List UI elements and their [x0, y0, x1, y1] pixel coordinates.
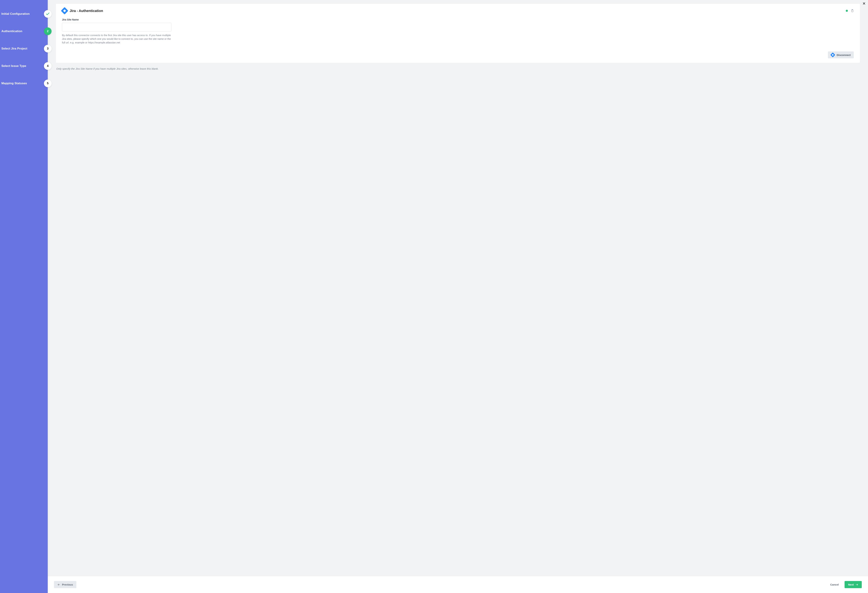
step-label: Select Issue Type — [1, 64, 26, 68]
step-badge-done — [44, 10, 52, 18]
step-mapping-statuses[interactable]: Mapping Statuses 5 — [0, 75, 48, 92]
disconnect-label: Disconnect — [837, 53, 851, 56]
arrow-left-icon — [58, 583, 60, 586]
disconnect-row: Disconnect — [62, 52, 854, 58]
app-root: Initial Configuration Authentication 2 S… — [0, 0, 868, 593]
content-wrap: ✕ Jira - Authentication — [48, 0, 868, 593]
check-icon — [46, 12, 50, 16]
step-badge-current: 2 — [44, 27, 52, 35]
previous-button[interactable]: Previous — [54, 581, 77, 588]
main-scroll: Jira - Authentication Jira Site Name By … — [48, 0, 868, 576]
auth-card: Jira - Authentication Jira Site Name By … — [56, 3, 860, 63]
close-icon[interactable]: ✕ — [862, 2, 865, 6]
disconnect-button[interactable]: Disconnect — [828, 52, 854, 58]
next-label: Next — [848, 583, 854, 586]
step-label: Initial Configuration — [1, 12, 30, 16]
step-badge: 3 — [44, 45, 52, 52]
step-badge: 5 — [44, 80, 52, 87]
step-label: Mapping Statuses — [1, 81, 27, 85]
step-label: Authentication — [1, 30, 22, 33]
site-name-note: Only specify the Jira Site Name if you h… — [56, 67, 860, 70]
jira-site-name-input[interactable] — [62, 23, 171, 31]
card-header: Jira - Authentication — [62, 8, 854, 13]
form-block: Jira Site Name By default this connector… — [62, 18, 171, 44]
cancel-label: Cancel — [830, 583, 838, 586]
wizard-sidebar: Initial Configuration Authentication 2 S… — [0, 0, 48, 593]
card-title: Jira - Authentication — [69, 9, 103, 13]
jira-icon — [61, 7, 68, 15]
wizard-footer: Previous Cancel Next — [48, 576, 868, 593]
step-badge: 4 — [44, 62, 52, 70]
step-authentication[interactable]: Authentication 2 — [0, 22, 48, 40]
jira-site-name-help: By default this connector connects to th… — [62, 34, 171, 44]
jira-icon — [830, 52, 835, 57]
step-select-jira-project[interactable]: Select Jira Project 3 — [0, 40, 48, 57]
step-select-issue-type[interactable]: Select Issue Type 4 — [0, 57, 48, 75]
card-header-right — [846, 9, 854, 12]
next-button[interactable]: Next — [844, 581, 862, 588]
cancel-button[interactable]: Cancel — [827, 581, 842, 588]
card-title-wrap: Jira - Authentication — [62, 8, 103, 13]
jira-site-name-label: Jira Site Name — [62, 18, 171, 21]
arrow-right-icon — [856, 583, 858, 586]
footer-right: Cancel Next — [827, 581, 862, 588]
step-initial-configuration[interactable]: Initial Configuration — [0, 5, 48, 22]
step-label: Select Jira Project — [1, 47, 27, 50]
clipboard-icon[interactable] — [851, 9, 854, 12]
status-dot-connected-icon — [846, 10, 848, 12]
previous-label: Previous — [62, 583, 73, 586]
